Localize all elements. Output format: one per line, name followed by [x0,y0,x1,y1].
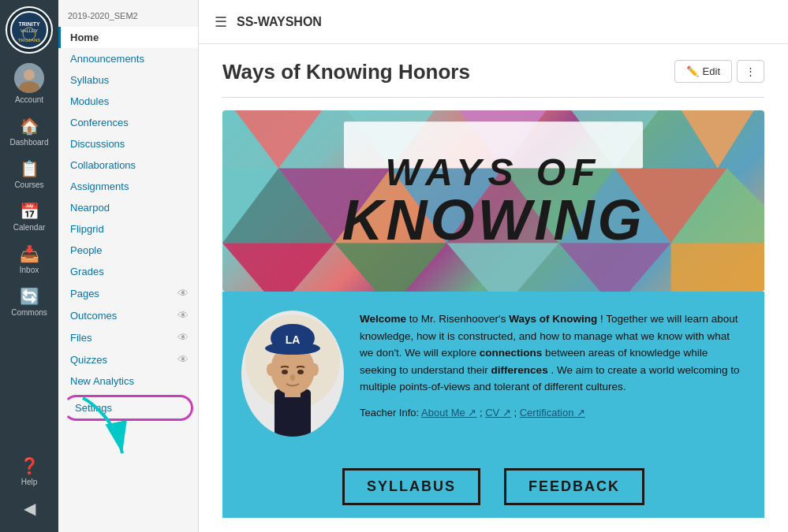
nav-assignments[interactable]: Assignments [58,176,198,197]
nav-help[interactable]: ❓ Help [0,450,58,493]
feedback-label: FEEDBACK [528,478,620,494]
account-label: Account [15,95,43,104]
banner-line2: KNOWING [342,192,645,248]
edit-button[interactable]: ✏️ Edit [674,60,732,83]
nav-discussions[interactable]: Discussions [58,133,198,154]
course-description: Welcome to Mr. Risenhoover's Ways of Kno… [360,311,745,422]
calendar-icon: 📅 [20,202,39,221]
nav-announcements-label: Announcements [70,53,144,65]
nav-outcomes-label: Outcomes [70,310,117,322]
commons-icon: 🔄 [20,287,39,306]
inbox-icon: 📥 [20,244,39,263]
nav-courses[interactable]: 📋 Courses [0,153,58,195]
nav-conferences-label: Conferences [70,117,129,128]
svg-text:LA: LA [286,333,301,346]
nav-commons[interactable]: 🔄 Commons [0,281,58,323]
nav-dashboard[interactable]: 🏠 Dashboard [0,110,58,153]
nav-nearpod-label: Nearpod [70,202,110,214]
nav-settings[interactable]: Settings [63,395,193,421]
nav-modules[interactable]: Modules [58,91,198,112]
description-text: Welcome to Mr. Risenhoover's Ways of Kno… [360,311,745,396]
courses-label: Courses [14,180,43,189]
top-bar: ☰ SS-WAYSHON [199,0,788,44]
eye-icon: 👁 [177,353,189,366]
course-nav: 2019-2020_SEM2 Home Announcements Syllab… [58,0,199,532]
nav-assignments-label: Assignments [70,180,129,192]
page-header: Ways of Knowing Honors ✏️ Edit ⋮ [222,60,764,84]
teacher-info-label: Teacher Info: [360,407,421,419]
nav-outcomes[interactable]: Outcomes 👁 [58,304,198,326]
syllabus-label: SYLLABUS [367,478,456,494]
calendar-label: Calendar [13,223,46,232]
nav-flipgrid[interactable]: Flipgrid [58,218,198,240]
course-name-bold: Ways of Knowing [509,313,597,325]
svg-point-39 [267,363,274,376]
course-info-section: LA Welcome [222,292,764,456]
nav-people[interactable]: People [58,240,198,261]
eye-icon: 👁 [177,331,189,344]
svg-marker-8 [222,110,334,169]
eye-icon: 👁 [177,287,189,299]
help-label: Help [21,478,38,486]
nav-new-analytics[interactable]: New Analytics [58,370,198,392]
hamburger-menu[interactable]: ☰ [215,13,227,31]
nav-syllabus-label: Syllabus [70,74,109,86]
nav-collaborations[interactable]: Collaborations [58,154,198,176]
nav-conferences[interactable]: Conferences [58,112,198,133]
main-content: ☰ SS-WAYSHON Ways of Knowing Honors ✏️ E… [199,0,788,532]
eye-icon: 👁 [177,309,189,322]
nav-modules-label: Modules [70,95,109,107]
nav-grades-label: Grades [70,266,104,277]
more-options-button[interactable]: ⋮ [737,60,764,83]
commons-label: Commons [11,308,47,317]
about-me-link[interactable]: About Me ↗ [421,407,476,419]
nav-new-analytics-label: New Analytics [70,375,134,387]
nav-files-label: Files [70,332,91,344]
nav-announcements[interactable]: Announcements [58,48,198,69]
nav-people-label: People [70,244,102,256]
pencil-icon: ✏️ [686,65,699,77]
banner-text: WAYS OF KNOWING [342,154,645,248]
nav-grades[interactable]: Grades [58,261,198,282]
courses-icon: 📋 [20,159,39,178]
nav-collapse[interactable]: ◀ [0,493,58,524]
dashboard-icon: 🏠 [20,117,39,136]
inbox-label: Inbox [20,266,39,274]
feedback-button[interactable]: FEEDBACK [504,468,644,505]
header-divider [222,97,764,98]
nav-syllabus[interactable]: Syllabus [58,69,198,91]
nav-settings-label: Settings [75,402,112,414]
help-icon: ❓ [20,456,39,475]
nav-calendar[interactable]: 📅 Calendar [0,195,58,238]
syllabus-button[interactable]: SYLLABUS [342,468,480,505]
nav-pages[interactable]: Pages 👁 [58,282,198,304]
cv-link[interactable]: CV ↗ [485,407,511,419]
connections-bold: connections [480,347,543,359]
banner-line1: WAYS OF [342,154,645,192]
page-actions: ✏️ Edit ⋮ [674,60,764,83]
course-banner: WAYS OF KNOWING [222,110,764,292]
nav-nearpod[interactable]: Nearpod [58,197,198,218]
svg-marker-22 [671,243,764,292]
more-icon: ⋮ [745,65,756,77]
nav-pages-label: Pages [70,288,99,299]
nav-files[interactable]: Files 👁 [58,326,198,348]
page-content: Ways of Knowing Honors ✏️ Edit ⋮ [199,44,788,532]
collapse-icon: ◀ [24,499,35,518]
svg-point-6 [24,69,35,80]
nav-home[interactable]: Home [58,27,198,48]
nav-inbox[interactable]: 📥 Inbox [0,238,58,281]
avatar [14,63,44,93]
breadcrumb: 2019-2020_SEM2 [58,8,198,27]
nav-home-label: Home [70,32,99,43]
svg-point-37 [297,370,304,374]
certification-link[interactable]: Certification ↗ [520,407,585,419]
school-logo[interactable]: TRINITY VALLEY TROJANS [6,6,53,54]
nav-collaborations-label: Collaborations [70,159,136,171]
nav-account[interactable]: Account [0,57,58,110]
svg-point-38 [290,374,295,381]
svg-point-36 [282,370,288,374]
svg-text:TRINITY: TRINITY [18,21,40,27]
teacher-info: Teacher Info: About Me ↗ ; CV ↗ ; Certif… [360,405,745,422]
nav-quizzes[interactable]: Quizzes 👁 [58,348,198,370]
